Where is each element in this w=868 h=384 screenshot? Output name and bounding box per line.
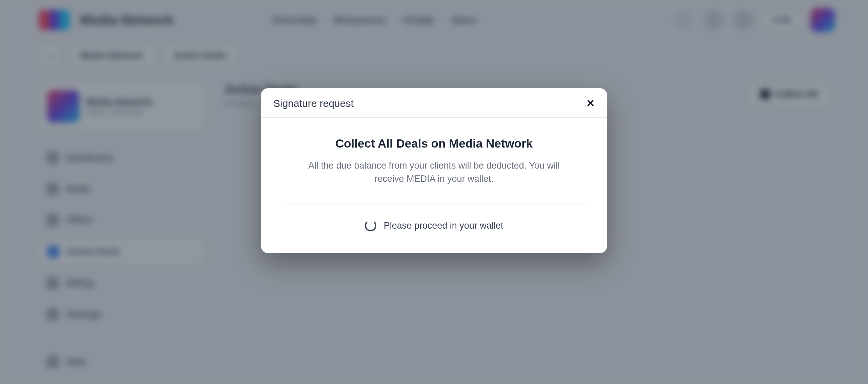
close-icon: ✕ (586, 98, 595, 109)
modal-overlay: Signature request ✕ Collect All Deals on… (0, 0, 868, 384)
modal-wallet-prompt: Please proceed in your wallet (283, 220, 585, 231)
signature-request-modal: Signature request ✕ Collect All Deals on… (261, 88, 607, 253)
modal-title: Signature request (273, 98, 354, 109)
spinner-icon (365, 220, 376, 231)
modal-body: Collect All Deals on Media Network All t… (261, 118, 607, 253)
modal-divider (283, 205, 585, 205)
modal-heading: Collect All Deals on Media Network (283, 137, 585, 150)
modal-close-button[interactable]: ✕ (586, 98, 595, 109)
modal-header: Signature request ✕ (261, 88, 607, 118)
modal-description: All the due balance from your clients wi… (295, 159, 573, 186)
modal-wallet-text: Please proceed in your wallet (384, 220, 504, 231)
